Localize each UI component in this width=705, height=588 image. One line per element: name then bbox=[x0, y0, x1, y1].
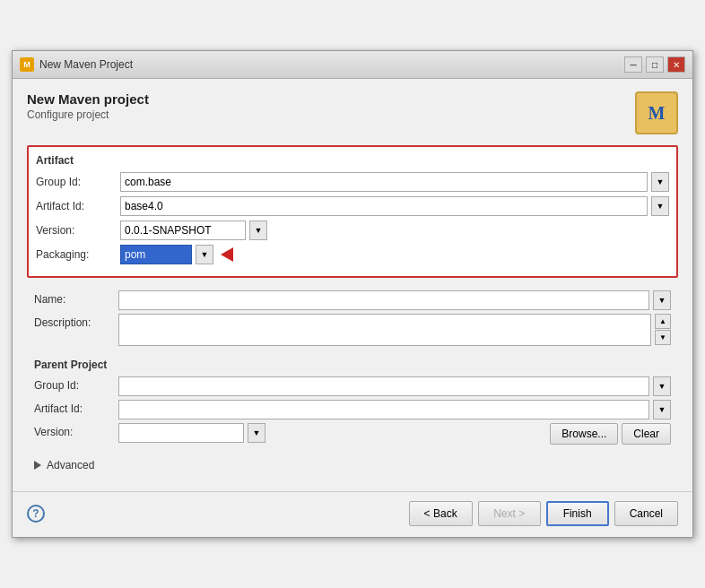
group-id-dropdown-button[interactable]: ▼ bbox=[651, 172, 669, 192]
description-input[interactable] bbox=[118, 314, 651, 346]
browse-button[interactable]: Browse... bbox=[550, 423, 618, 445]
parent-project-title: Parent Project bbox=[27, 355, 678, 373]
parent-group-id-input[interactable] bbox=[118, 376, 649, 396]
parent-project-form: Group Id: ▼ Artifact Id: ▼ Version: ▼ bbox=[27, 373, 678, 452]
back-button[interactable]: < Back bbox=[409, 501, 473, 526]
artifact-section: Artifact Group Id: ▼ Artifact Id: ▼ Vers… bbox=[27, 145, 678, 278]
parent-version-input[interactable] bbox=[118, 423, 244, 443]
group-id-label: Group Id: bbox=[36, 176, 117, 188]
dialog-subtitle: Configure project bbox=[27, 108, 149, 121]
artifact-section-title: Artifact bbox=[36, 154, 669, 167]
version-dropdown-button[interactable]: ▼ bbox=[249, 220, 267, 240]
title-bar: M New Maven Project ─ □ ✕ bbox=[13, 51, 692, 79]
artifact-id-label: Artifact Id: bbox=[36, 200, 117, 212]
header-text: New Maven project Configure project bbox=[27, 91, 149, 121]
packaging-label: Packaging: bbox=[36, 248, 117, 261]
parent-group-id-row: Group Id: ▼ bbox=[34, 376, 671, 396]
name-dropdown-button[interactable]: ▼ bbox=[653, 290, 671, 310]
parent-group-id-label: Group Id: bbox=[34, 376, 115, 392]
group-id-row: Group Id: ▼ bbox=[36, 172, 669, 192]
arrow-indicator bbox=[221, 247, 233, 262]
advanced-row[interactable]: Advanced bbox=[27, 452, 678, 479]
parent-version-row: Version: ▼ Browse... Clear bbox=[34, 423, 671, 445]
footer-left: ? bbox=[27, 505, 45, 523]
version-label: Version: bbox=[36, 224, 117, 237]
footer: ? < Back Next > Finish Cancel bbox=[13, 491, 692, 537]
parent-group-id-dropdown-button[interactable]: ▼ bbox=[653, 376, 671, 396]
version-browse-container: ▼ bbox=[118, 423, 265, 443]
cancel-button[interactable]: Cancel bbox=[614, 501, 678, 526]
clear-button[interactable]: Clear bbox=[622, 423, 671, 445]
help-icon[interactable]: ? bbox=[27, 505, 45, 523]
group-id-input[interactable] bbox=[120, 172, 648, 192]
name-input[interactable] bbox=[118, 290, 649, 310]
name-row: Name: ▼ bbox=[34, 290, 671, 310]
packaging-row: Packaging: ▼ bbox=[36, 245, 669, 264]
packaging-input[interactable] bbox=[120, 245, 192, 264]
version-row: Version: ▼ bbox=[36, 220, 669, 240]
parent-version-label: Version: bbox=[34, 423, 115, 438]
parent-artifact-id-label: Artifact Id: bbox=[34, 400, 115, 415]
parent-artifact-id-row: Artifact Id: ▼ bbox=[34, 400, 671, 419]
next-button[interactable]: Next > bbox=[478, 501, 541, 526]
title-bar-controls: ─ □ ✕ bbox=[624, 56, 685, 73]
description-label: Description: bbox=[34, 314, 115, 329]
parent-artifact-id-input[interactable] bbox=[118, 400, 649, 419]
artifact-id-input[interactable] bbox=[120, 196, 648, 216]
dialog-window: M New Maven Project ─ □ ✕ New Maven proj… bbox=[12, 50, 693, 538]
maximize-button[interactable]: □ bbox=[646, 56, 664, 73]
parent-artifact-id-dropdown-button[interactable]: ▼ bbox=[653, 400, 671, 419]
scroll-up-button[interactable]: ▲ bbox=[655, 314, 671, 329]
parent-project-section: Parent Project Group Id: ▼ Artifact Id: … bbox=[27, 355, 678, 452]
advanced-label: Advanced bbox=[47, 459, 94, 471]
header-area: New Maven project Configure project M bbox=[27, 91, 678, 134]
name-label: Name: bbox=[34, 290, 115, 306]
footer-buttons: < Back Next > Finish Cancel bbox=[409, 501, 678, 526]
description-row: Description: ▲ ▼ bbox=[34, 314, 671, 346]
maven-icon: M bbox=[635, 91, 678, 134]
artifact-id-dropdown-button[interactable]: ▼ bbox=[651, 196, 669, 216]
artifact-id-row: Artifact Id: ▼ bbox=[36, 196, 669, 216]
finish-button[interactable]: Finish bbox=[546, 501, 609, 526]
minimize-button[interactable]: ─ bbox=[624, 56, 642, 73]
red-arrow-icon bbox=[221, 247, 233, 262]
close-button[interactable]: ✕ bbox=[667, 56, 685, 73]
window-icon: M bbox=[20, 57, 34, 72]
packaging-dropdown-button[interactable]: ▼ bbox=[196, 245, 213, 264]
name-section: Name: ▼ Description: ▲ ▼ bbox=[27, 285, 678, 355]
scroll-buttons: ▲ ▼ bbox=[655, 314, 671, 345]
scroll-down-button[interactable]: ▼ bbox=[655, 330, 671, 345]
expand-icon bbox=[34, 461, 41, 470]
dialog-content: New Maven project Configure project M Ar… bbox=[13, 79, 692, 491]
parent-version-dropdown-button[interactable]: ▼ bbox=[248, 423, 265, 443]
window-title: New Maven Project bbox=[39, 58, 133, 71]
title-bar-left: M New Maven Project bbox=[20, 57, 133, 72]
version-input[interactable] bbox=[120, 220, 246, 240]
dialog-title: New Maven project bbox=[27, 91, 149, 107]
